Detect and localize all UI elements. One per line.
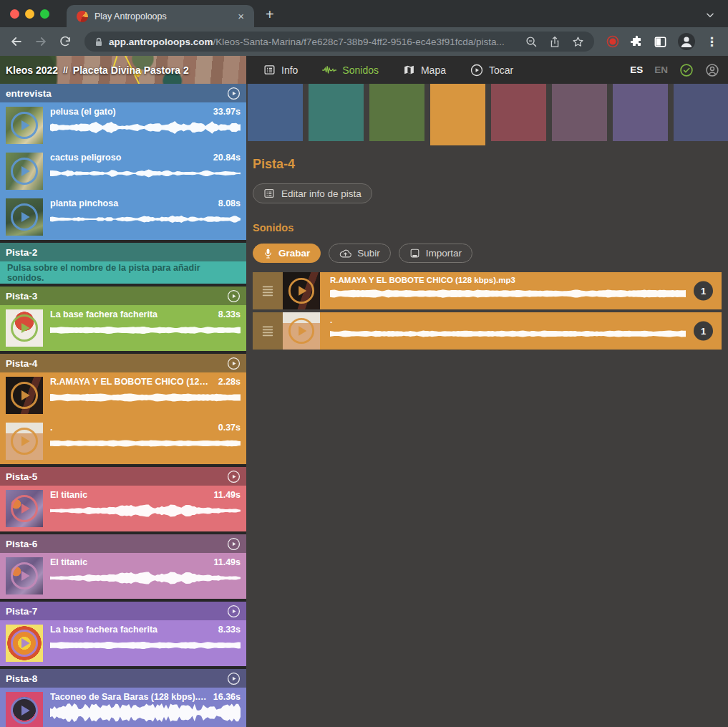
clip-thumbnail[interactable] — [6, 557, 43, 594]
breadcrumb-page: Placeta Divina Pastora 2 — [73, 64, 189, 76]
record-button[interactable]: Grabar — [253, 244, 321, 263]
play-icon — [10, 427, 39, 456]
clip-thumbnail[interactable] — [6, 107, 43, 144]
drag-handle[interactable] — [253, 312, 283, 350]
breadcrumb: Kleos 2022 // Placeta Divina Pastora 2 — [0, 56, 246, 84]
track-header[interactable]: Pista-4 — [0, 354, 246, 372]
track-play-button[interactable] — [227, 357, 241, 370]
upload-label: Subir — [357, 248, 380, 259]
clip-thumbnail[interactable] — [6, 198, 43, 236]
share-icon[interactable] — [549, 36, 560, 48]
track-swatch-6[interactable] — [552, 84, 607, 141]
clip-thumbnail[interactable] — [6, 692, 43, 727]
import-button[interactable]: Importar — [399, 244, 472, 263]
clip-thumbnail[interactable] — [6, 153, 43, 190]
clip-title: La base fachera facherita — [50, 309, 213, 319]
account-icon[interactable] — [705, 63, 719, 77]
track-swatch-2[interactable] — [309, 84, 364, 141]
track-play-button[interactable] — [227, 537, 241, 551]
audio-clip[interactable]: . 0.37s — [0, 418, 246, 464]
drag-handle[interactable] — [253, 272, 283, 309]
side-panel-icon[interactable] — [654, 35, 667, 49]
import-label: Importar — [426, 248, 462, 259]
browser-tab-strip: Play Antropoloops × + — [0, 0, 728, 27]
browser-tab[interactable]: Play Antropoloops × — [67, 5, 254, 27]
track-swatch-3[interactable] — [369, 84, 424, 141]
map-icon — [403, 64, 415, 76]
clip-thumbnail[interactable] — [6, 625, 43, 662]
new-tab-button[interactable]: + — [254, 6, 274, 27]
clip-duration: 8.08s — [218, 198, 241, 208]
track-play-button[interactable] — [227, 605, 241, 618]
track-swatch-4-selected[interactable] — [430, 84, 485, 145]
minimize-window-button[interactable] — [25, 9, 34, 19]
clip-duration: 8.33s — [218, 625, 241, 635]
audio-clip[interactable]: La base fachera facherita 8.33s — [0, 620, 246, 666]
nav-item-tocar[interactable]: Tocar — [462, 56, 522, 84]
chevron-down-icon[interactable] — [705, 10, 715, 20]
back-icon[interactable] — [6, 31, 27, 52]
menu-icon[interactable]: ⋮ — [706, 34, 718, 49]
clip-thumbnail[interactable] — [6, 423, 43, 460]
track-swatch-8[interactable] — [674, 84, 728, 141]
tab-title: Play Antropoloops — [94, 11, 228, 21]
track-header[interactable]: entrevista — [0, 84, 246, 102]
track-section-pista-3: Pista-3 La base fachera facherita 8.33s — [0, 287, 246, 351]
audio-clip[interactable]: planta pinchosa 8.08s — [0, 194, 246, 240]
star-icon[interactable] — [572, 36, 584, 48]
profile-icon[interactable] — [677, 32, 696, 51]
track-detail-panel: Pista-4 Editar info de pista Sonidos Gra… — [246, 84, 728, 727]
track-swatch-7[interactable] — [613, 84, 668, 141]
empty-track-message: Pulsa sobre el nombre de la pista para a… — [0, 261, 246, 284]
track-header[interactable]: Pista-3 — [0, 287, 246, 305]
url-bar[interactable]: app.antropoloops.com/Kleos-Santa-Marina/… — [84, 32, 594, 52]
track-swatch-5[interactable] — [491, 84, 546, 141]
track-swatch-1[interactable] — [248, 84, 303, 141]
close-tab-icon[interactable]: × — [235, 9, 247, 23]
clip-duration: 2.28s — [218, 377, 241, 387]
track-play-button[interactable] — [227, 87, 241, 100]
sound-row[interactable]: . 1 — [253, 312, 722, 350]
browser-toolbar: app.antropoloops.com/Kleos-Santa-Marina/… — [0, 27, 728, 56]
lang-es[interactable]: ES — [630, 64, 643, 75]
track-header[interactable]: Pista-8 — [0, 669, 246, 688]
audio-clip[interactable]: pelusa (el gato) 33.97s — [0, 102, 246, 148]
audio-clip[interactable]: R.AMAYA Y EL BOBOTE CHICO (128 kbps)....… — [0, 372, 246, 418]
audio-clip[interactable]: El titanic 11.49s — [0, 553, 246, 599]
breadcrumb-project: Kleos 2022 — [6, 64, 58, 76]
nav-item-mapa[interactable]: Mapa — [394, 56, 455, 84]
upload-button[interactable]: Subir — [329, 244, 391, 263]
clip-thumbnail[interactable] — [6, 309, 43, 347]
track-header[interactable]: Pista-7 — [0, 602, 246, 620]
lang-en[interactable]: EN — [654, 64, 668, 75]
track-header[interactable]: Pista-5 — [0, 467, 246, 486]
close-window-button[interactable] — [10, 9, 19, 19]
record-icon[interactable] — [606, 34, 620, 49]
sound-row[interactable]: R.AMAYA Y EL BOBOTE CHICO (128 kbps).mp3… — [253, 272, 722, 309]
audio-clip[interactable]: Taconeo de Sara Baras (128 kbps).mp3 16.… — [0, 688, 246, 727]
zoom-window-button[interactable] — [40, 9, 49, 19]
extensions-icon[interactable] — [630, 35, 644, 49]
sound-thumbnail[interactable] — [283, 312, 320, 350]
clip-thumbnail[interactable] — [6, 377, 43, 414]
check-circle-icon[interactable] — [679, 63, 694, 77]
clip-thumbnail[interactable] — [6, 490, 43, 527]
project-map-thumbnail[interactable]: Kleos 2022 // Placeta Divina Pastora 2 — [0, 56, 246, 84]
forward-icon[interactable] — [30, 31, 52, 52]
track-play-button[interactable] — [227, 672, 241, 685]
url-path: /Kleos-Santa-Marina/f7e628c7-38b9-4ff2-9… — [213, 37, 505, 47]
zoom-out-icon[interactable] — [525, 36, 538, 48]
reload-icon[interactable] — [54, 31, 76, 52]
nav-item-info[interactable]: Info — [255, 56, 306, 84]
audio-clip[interactable]: La base fachera facherita 8.33s — [0, 305, 246, 351]
track-play-button[interactable] — [227, 470, 241, 483]
edit-track-info-button[interactable]: Editar info de pista — [253, 183, 372, 203]
info-list-icon — [263, 64, 276, 76]
audio-clip[interactable]: El titanic 11.49s — [0, 486, 246, 531]
sound-thumbnail[interactable] — [283, 272, 320, 309]
track-header[interactable]: Pista-2 — [0, 243, 246, 261]
nav-item-sonidos[interactable]: Sonidos — [314, 56, 387, 84]
audio-clip[interactable]: cactus peligroso 20.84s — [0, 148, 246, 194]
track-header[interactable]: Pista-6 — [0, 534, 246, 553]
track-play-button[interactable] — [227, 289, 241, 303]
